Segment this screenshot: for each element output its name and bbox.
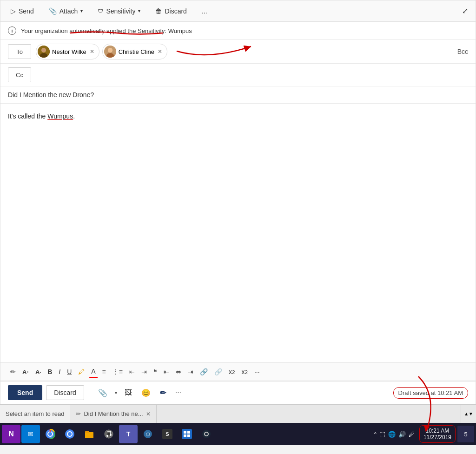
attach-button[interactable]: 📎 Attach ▾ [46,6,86,17]
taskbar-app1-icon[interactable]: ⬡ [139,425,157,443]
cc-label[interactable]: Cc [8,67,31,82]
close-tab-button[interactable]: ✕ [146,411,151,417]
superscript-button[interactable]: x2 [226,366,237,377]
taskbar-onenote-icon[interactable]: N [2,425,20,443]
remove-christie-button[interactable]: ✕ [157,49,163,54]
paperclip-icon: 📎 [49,7,57,15]
italic-button[interactable]: I [56,366,63,377]
action-more-button[interactable]: ··· [172,387,184,399]
notifications-badge[interactable]: 5 [457,426,474,442]
format-toolbar: ✏ A+ A- B I U 🖍 A ≡ ⋮≡ ⇤ ⇥ ❝ ⇤ ⇔ ⇥ 🔗 🔗 x… [0,362,476,381]
align-left-button[interactable]: ⇤ [161,366,172,377]
font-size-increase-button[interactable]: A+ [20,367,31,377]
taskbar-chrome2-icon[interactable] [60,425,79,443]
chevron-up-icon[interactable]: ^ [374,431,377,437]
trash-icon: 🗑 [155,7,162,15]
highlight-button[interactable]: 🖍 [76,366,87,377]
format-clear-button[interactable]: ✏ [8,366,18,377]
date-display: 11/27/2019 [423,434,451,441]
underline-button[interactable]: U [65,366,74,377]
subject-row: Did I Mention the new Drone? [0,86,476,104]
remove-nestor-button[interactable]: ✕ [89,49,95,54]
scroll-down-icon: ▼ [469,411,473,416]
volume-icon[interactable]: 🔊 [398,431,406,438]
recipient-chip-christie[interactable]: Christie Cline ✕ [102,44,167,59]
recipient-chip-nestor[interactable]: Nestor Wilke ✕ [36,44,99,59]
compose-tab[interactable]: ✏ Did I Mention the ne... ✕ [70,405,156,423]
taskbar-app2-icon[interactable] [178,425,196,443]
sensitivity-banner: i Your organization automatically applie… [0,22,476,40]
svg-point-18 [106,435,108,437]
svg-rect-24 [182,429,192,439]
attach-chevron-action-button[interactable]: ▾ [114,388,118,397]
send-button[interactable]: ▷ Send [8,6,37,17]
outdent-button[interactable]: ⇤ [127,366,137,377]
to-label[interactable]: To [8,44,31,59]
svg-rect-27 [184,434,186,437]
scroll-up-icon: ▲ [464,411,469,416]
align-center-button[interactable]: ⇔ [173,366,184,377]
quote-button[interactable]: ❝ [151,366,159,377]
taskbar-right-area: ^ ⬚ 🌐 🔊 🖊 10:21 AM 11/27/2019 5 [371,425,474,443]
taskbar-teams-icon[interactable]: T [119,425,138,443]
indent-button[interactable]: ⇥ [139,366,149,377]
info-icon: i [8,26,16,35]
svg-text:⬡: ⬡ [146,432,150,437]
image-button[interactable]: 🖼 [122,387,135,399]
taskbar-files-icon[interactable] [80,425,99,443]
expand-button[interactable]: ⤢ [462,7,468,15]
font-color-button[interactable]: A [89,366,98,378]
svg-text:S: S [165,431,169,437]
bottom-tabs: Select an item to read ✏ Did I Mention t… [0,404,476,423]
subject-text: Did I Mention the new Drone? [8,91,94,99]
font-size-decrease-button[interactable]: A- [33,367,43,377]
taskbar-steam-icon[interactable] [197,425,216,443]
system-clock[interactable]: 10:21 AM 11/27/2019 [419,425,456,443]
taskbar-mail-icon[interactable]: ✉ [21,425,40,443]
attach-action-button[interactable]: 📎 [95,387,110,399]
pen-icon[interactable]: 🖊 [409,431,415,438]
sensitivity-text: Your organization automatically applied … [21,27,192,34]
recipient-name-christie: Christie Cline [119,48,154,55]
align-right-button[interactable]: ⇥ [185,366,196,377]
more-button[interactable]: ... [199,6,210,17]
taskbar-sonos-icon[interactable]: S [158,425,177,443]
tabs-scroll[interactable]: ▲ ▼ [461,405,476,423]
to-field-row: To Nestor Wilke ✕ [0,40,476,64]
subscript-button[interactable]: x2 [239,366,250,377]
insert-link-button[interactable]: 🔗 [198,366,210,377]
sensitivity-chevron-icon: ▾ [138,8,140,13]
numbering-button[interactable]: ⋮≡ [110,366,125,377]
tablet-mode-icon[interactable]: ⬚ [379,430,385,438]
network-icon[interactable]: 🌐 [388,431,396,438]
taskbar-groove-icon[interactable] [99,425,118,443]
signature-button[interactable]: ✏ [157,387,169,399]
recipients-container: Nestor Wilke ✕ Christie Cline ✕ [36,44,457,59]
svg-rect-15 [85,431,89,433]
sensitivity-button[interactable]: 🛡 Sensitivity ▾ [95,6,143,17]
discard-button[interactable]: 🗑 Discard [152,6,189,17]
pencil-tab-icon: ✏ [76,410,81,417]
svg-point-19 [110,434,112,436]
svg-point-13 [68,432,72,436]
empty-tab[interactable]: Select an item to read [0,405,70,423]
svg-point-10 [48,432,52,436]
bold-button[interactable]: B [45,366,54,377]
expand-icon: ⤢ [462,7,468,15]
sensitivity-icon: 🛡 [98,8,103,14]
email-body[interactable]: It's called the Wumpus. [0,104,476,362]
avatar-nestor [38,46,50,58]
remove-link-button[interactable]: 🔗 [212,366,225,377]
send-main-button[interactable]: Send [8,385,42,400]
svg-rect-26 [187,431,190,434]
discard-main-button[interactable]: Discard [46,385,84,400]
wumpus-word: Wumpus [47,112,73,120]
emoji-button[interactable]: 😊 [139,387,153,399]
bcc-button[interactable]: Bcc [457,48,468,55]
format-more-button[interactable]: ··· [252,366,262,377]
taskbar-chrome1-icon[interactable] [41,425,60,443]
bullets-button[interactable]: ≡ [100,366,108,377]
compose-tab-label: Did I Mention the ne... [84,410,143,417]
avatar-christie [104,46,116,58]
send-icon: ▷ [11,7,16,15]
